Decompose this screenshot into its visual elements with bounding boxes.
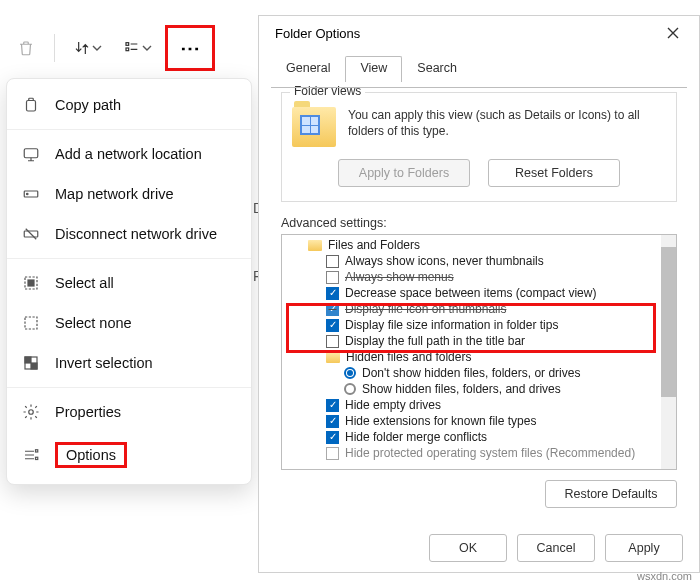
checkbox-icon[interactable] (326, 447, 339, 460)
reset-folders-button[interactable]: Reset Folders (488, 159, 620, 187)
tree-item[interactable]: ✓Hide folder merge conflicts (286, 429, 656, 445)
cancel-button[interactable]: Cancel (517, 534, 595, 562)
tree-item[interactable]: ✓Hide extensions for known file types (286, 413, 656, 429)
menu-label: Select all (55, 275, 114, 291)
delete-icon[interactable] (8, 30, 44, 66)
checkbox-icon[interactable]: ✓ (326, 415, 339, 428)
more-button[interactable]: ⋯ (165, 25, 215, 71)
menu-label: Properties (55, 404, 121, 420)
folder-options-dialog: Folder Options General View Search Folde… (258, 15, 700, 573)
radio-icon[interactable] (344, 367, 356, 379)
tree-item[interactable]: Always show icons, never thumbnails (286, 253, 656, 269)
menu-map-network-drive[interactable]: Map network drive (7, 174, 251, 214)
folder-views-text: You can apply this view (such as Details… (348, 107, 666, 139)
folder-icon (308, 240, 322, 251)
restore-defaults-button[interactable]: Restore Defaults (545, 480, 677, 508)
svg-rect-3 (24, 149, 38, 158)
properties-icon (21, 402, 41, 422)
menu-invert-selection[interactable]: Invert selection (7, 343, 251, 383)
svg-rect-2 (27, 101, 36, 112)
tree-item[interactable]: Hide protected operating system files (R… (286, 445, 656, 461)
svg-rect-12 (31, 363, 37, 369)
tree-item[interactable]: ✓Display file icon on thumbnails (286, 301, 656, 317)
menu-select-all[interactable]: Select all (7, 263, 251, 303)
tree-group-hidden: Hidden files and folders (286, 349, 656, 365)
radio-icon[interactable] (344, 383, 356, 395)
invert-selection-icon (21, 353, 41, 373)
menu-copy-path[interactable]: Copy path (7, 85, 251, 125)
checkbox-icon[interactable] (326, 335, 339, 348)
svg-rect-1 (126, 48, 129, 51)
map-drive-icon (21, 184, 41, 204)
svg-rect-14 (36, 450, 38, 452)
checkbox-icon[interactable]: ✓ (326, 303, 339, 316)
apply-to-folders-button: Apply to Folders (338, 159, 470, 187)
menu-properties[interactable]: Properties (7, 392, 251, 432)
file-explorer-toolbar: ⋯ (8, 22, 215, 74)
tree-item[interactable]: Always show menus (286, 269, 656, 285)
menu-label: Options (55, 442, 127, 468)
tab-view[interactable]: View (345, 56, 402, 82)
svg-point-13 (29, 410, 34, 415)
tree-item[interactable]: ✓Hide empty drives (286, 397, 656, 413)
advanced-settings-label: Advanced settings: (281, 216, 699, 230)
menu-label: Select none (55, 315, 132, 331)
disconnect-drive-icon (21, 224, 41, 244)
select-none-icon (21, 313, 41, 333)
folder-views-group: Folder views You can apply this view (su… (281, 92, 677, 202)
menu-disconnect-network-drive[interactable]: Disconnect network drive (7, 214, 251, 254)
dialog-titlebar: Folder Options (259, 16, 699, 50)
menu-label: Map network drive (55, 186, 173, 202)
checkbox-icon[interactable] (326, 271, 339, 284)
svg-rect-11 (25, 357, 31, 363)
sort-button[interactable] (65, 30, 111, 66)
tree-item-radio[interactable]: Don't show hidden files, folders, or dri… (286, 365, 656, 381)
checkbox-icon[interactable]: ✓ (326, 399, 339, 412)
tab-underline (271, 87, 687, 88)
svg-rect-15 (36, 457, 38, 459)
tree-item[interactable]: Display the full path in the title bar (286, 333, 656, 349)
view-button[interactable] (115, 30, 161, 66)
tree-group-files-folders: Files and Folders (286, 237, 656, 253)
menu-add-network-location[interactable]: Add a network location (7, 134, 251, 174)
select-all-icon (21, 273, 41, 293)
tree-item[interactable]: ✓Display file size information in folder… (286, 317, 656, 333)
dialog-title: Folder Options (275, 26, 360, 41)
ok-button[interactable]: OK (429, 534, 507, 562)
checkbox-icon[interactable]: ✓ (326, 319, 339, 332)
menu-options[interactable]: Options (7, 432, 251, 478)
svg-rect-8 (28, 280, 34, 286)
tree-item-radio[interactable]: Show hidden files, folders, and drives (286, 381, 656, 397)
apply-button[interactable]: Apply (605, 534, 683, 562)
menu-label: Disconnect network drive (55, 226, 217, 242)
tab-general[interactable]: General (271, 56, 345, 82)
menu-label: Invert selection (55, 355, 153, 371)
svg-rect-0 (126, 43, 129, 46)
tab-search[interactable]: Search (402, 56, 472, 82)
checkbox-icon[interactable]: ✓ (326, 287, 339, 300)
menu-label: Add a network location (55, 146, 202, 162)
watermark: wsxdn.com (637, 570, 692, 582)
checkbox-icon[interactable]: ✓ (326, 431, 339, 444)
advanced-settings-tree[interactable]: Files and Folders Always show icons, nev… (281, 234, 677, 470)
close-icon[interactable] (659, 19, 687, 47)
toolbar-divider (54, 34, 55, 62)
folder-view-icon (292, 107, 336, 147)
network-location-icon (21, 144, 41, 164)
tree-item-compact-view[interactable]: ✓Decrease space between items (compact v… (286, 285, 656, 301)
svg-rect-9 (25, 317, 37, 329)
menu-label: Copy path (55, 97, 121, 113)
dialog-tabs: General View Search (271, 56, 699, 82)
folder-icon (326, 352, 340, 363)
more-context-menu: Copy path Add a network location Map net… (6, 78, 252, 485)
scrollbar-thumb[interactable] (661, 247, 676, 397)
options-icon (21, 445, 41, 465)
checkbox-icon[interactable] (326, 255, 339, 268)
svg-point-5 (27, 193, 29, 195)
copy-path-icon (21, 95, 41, 115)
dialog-footer: OK Cancel Apply (429, 534, 683, 562)
menu-select-none[interactable]: Select none (7, 303, 251, 343)
